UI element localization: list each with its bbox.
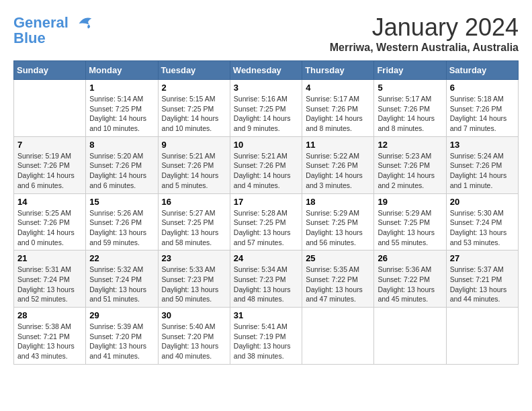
day-info: Sunrise: 5:28 AMSunset: 7:25 PMDaylight:… [234, 208, 298, 248]
calendar-cell: 12Sunrise: 5:23 AMSunset: 7:26 PMDayligh… [374, 136, 446, 193]
location-subtitle: Merriwa, Western Australia, Australia [330, 42, 519, 54]
day-number: 28 [17, 310, 82, 320]
logo-bird-icon [74, 13, 94, 34]
calendar-week-2: 7Sunrise: 5:19 AMSunset: 7:26 PMDaylight… [14, 136, 519, 193]
day-info: Sunrise: 5:26 AMSunset: 7:26 PMDaylight:… [89, 208, 154, 248]
day-number: 3 [234, 83, 298, 93]
day-number: 13 [450, 140, 515, 150]
day-info: Sunrise: 5:33 AMSunset: 7:23 PMDaylight:… [162, 265, 226, 304]
day-number: 20 [450, 197, 515, 207]
calendar-cell: 29Sunrise: 5:39 AMSunset: 7:20 PMDayligh… [86, 308, 158, 365]
calendar-cell: 28Sunrise: 5:38 AMSunset: 7:21 PMDayligh… [14, 308, 86, 365]
calendar-cell: 6Sunrise: 5:18 AMSunset: 7:26 PMDaylight… [446, 80, 518, 137]
day-info: Sunrise: 5:31 AMSunset: 7:24 PMDaylight:… [17, 265, 82, 304]
day-info: Sunrise: 5:29 AMSunset: 7:25 PMDaylight:… [306, 208, 370, 248]
day-info: Sunrise: 5:40 AMSunset: 7:20 PMDaylight:… [162, 322, 226, 361]
calendar-body: 1Sunrise: 5:14 AMSunset: 7:25 PMDaylight… [14, 80, 519, 365]
day-info: Sunrise: 5:17 AMSunset: 7:26 PMDaylight:… [378, 94, 442, 134]
calendar-cell: 18Sunrise: 5:29 AMSunset: 7:25 PMDayligh… [302, 193, 374, 250]
day-number: 21 [17, 253, 82, 263]
day-info: Sunrise: 5:41 AMSunset: 7:19 PMDaylight:… [234, 322, 298, 361]
day-info: Sunrise: 5:19 AMSunset: 7:26 PMDaylight:… [17, 151, 82, 191]
calendar-cell: 5Sunrise: 5:17 AMSunset: 7:26 PMDaylight… [374, 80, 446, 137]
calendar-cell: 9Sunrise: 5:21 AMSunset: 7:26 PMDaylight… [158, 136, 230, 193]
day-info: Sunrise: 5:24 AMSunset: 7:26 PMDaylight:… [450, 151, 515, 191]
calendar-cell: 19Sunrise: 5:29 AMSunset: 7:25 PMDayligh… [374, 193, 446, 250]
calendar-header-row: Sunday Monday Tuesday Wednesday Thursday… [14, 61, 519, 80]
day-info: Sunrise: 5:27 AMSunset: 7:25 PMDaylight:… [162, 208, 226, 248]
day-info: Sunrise: 5:37 AMSunset: 7:21 PMDaylight:… [450, 265, 515, 304]
day-number: 12 [378, 140, 442, 150]
calendar-cell [446, 308, 518, 365]
day-number: 29 [89, 310, 154, 320]
calendar-week-4: 21Sunrise: 5:31 AMSunset: 7:24 PMDayligh… [14, 250, 519, 308]
calendar-cell: 2Sunrise: 5:15 AMSunset: 7:25 PMDaylight… [158, 80, 230, 137]
day-number: 24 [234, 253, 298, 263]
header-friday: Friday [374, 61, 446, 80]
day-info: Sunrise: 5:23 AMSunset: 7:26 PMDaylight:… [378, 151, 442, 191]
calendar-table: Sunday Monday Tuesday Wednesday Thursday… [13, 60, 519, 365]
calendar-week-3: 14Sunrise: 5:25 AMSunset: 7:26 PMDayligh… [14, 193, 519, 250]
calendar-cell: 15Sunrise: 5:26 AMSunset: 7:26 PMDayligh… [86, 193, 158, 250]
day-number: 9 [162, 140, 226, 150]
day-info: Sunrise: 5:36 AMSunset: 7:22 PMDaylight:… [378, 265, 442, 304]
calendar-cell [14, 80, 86, 137]
month-title: January 2024 [330, 13, 519, 42]
day-number: 22 [89, 253, 154, 263]
calendar-cell: 14Sunrise: 5:25 AMSunset: 7:26 PMDayligh… [14, 193, 86, 250]
day-number: 5 [378, 83, 442, 93]
calendar-cell: 20Sunrise: 5:30 AMSunset: 7:24 PMDayligh… [446, 193, 518, 250]
day-info: Sunrise: 5:38 AMSunset: 7:21 PMDaylight:… [17, 322, 82, 361]
day-info: Sunrise: 5:17 AMSunset: 7:26 PMDaylight:… [306, 94, 370, 134]
calendar-cell: 10Sunrise: 5:21 AMSunset: 7:26 PMDayligh… [230, 136, 302, 193]
calendar-week-5: 28Sunrise: 5:38 AMSunset: 7:21 PMDayligh… [14, 308, 519, 365]
calendar-cell [374, 308, 446, 365]
day-number: 26 [378, 253, 442, 263]
day-number: 1 [89, 83, 154, 93]
header-monday: Monday [86, 61, 158, 80]
day-info: Sunrise: 5:14 AMSunset: 7:25 PMDaylight:… [89, 94, 154, 134]
day-info: Sunrise: 5:32 AMSunset: 7:24 PMDaylight:… [89, 265, 154, 304]
day-number: 17 [234, 197, 298, 207]
day-number: 11 [306, 140, 370, 150]
day-info: Sunrise: 5:21 AMSunset: 7:26 PMDaylight:… [234, 151, 298, 191]
day-number: 18 [306, 197, 370, 207]
header-sunday: Sunday [14, 61, 86, 80]
calendar-cell: 13Sunrise: 5:24 AMSunset: 7:26 PMDayligh… [446, 136, 518, 193]
calendar-cell: 4Sunrise: 5:17 AMSunset: 7:26 PMDaylight… [302, 80, 374, 137]
day-number: 23 [162, 253, 226, 263]
day-number: 31 [234, 310, 298, 320]
calendar-cell: 21Sunrise: 5:31 AMSunset: 7:24 PMDayligh… [14, 250, 86, 308]
calendar-cell: 22Sunrise: 5:32 AMSunset: 7:24 PMDayligh… [86, 250, 158, 308]
day-number: 4 [306, 83, 370, 93]
day-info: Sunrise: 5:15 AMSunset: 7:25 PMDaylight:… [162, 94, 226, 134]
calendar-cell: 7Sunrise: 5:19 AMSunset: 7:26 PMDaylight… [14, 136, 86, 193]
calendar-cell: 25Sunrise: 5:35 AMSunset: 7:22 PMDayligh… [302, 250, 374, 308]
header-saturday: Saturday [446, 61, 518, 80]
day-number: 14 [17, 197, 82, 207]
calendar-cell: 1Sunrise: 5:14 AMSunset: 7:25 PMDaylight… [86, 80, 158, 137]
calendar-cell: 11Sunrise: 5:22 AMSunset: 7:26 PMDayligh… [302, 136, 374, 193]
day-number: 27 [450, 253, 515, 263]
calendar-cell: 30Sunrise: 5:40 AMSunset: 7:20 PMDayligh… [158, 308, 230, 365]
day-number: 6 [450, 83, 515, 93]
day-info: Sunrise: 5:22 AMSunset: 7:26 PMDaylight:… [306, 151, 370, 191]
calendar-cell: 23Sunrise: 5:33 AMSunset: 7:23 PMDayligh… [158, 250, 230, 308]
day-number: 25 [306, 253, 370, 263]
day-info: Sunrise: 5:25 AMSunset: 7:26 PMDaylight:… [17, 208, 82, 248]
calendar-cell: 3Sunrise: 5:16 AMSunset: 7:25 PMDaylight… [230, 80, 302, 137]
day-number: 2 [162, 83, 226, 93]
day-number: 15 [89, 197, 154, 207]
calendar-cell: 24Sunrise: 5:34 AMSunset: 7:23 PMDayligh… [230, 250, 302, 308]
calendar-cell: 27Sunrise: 5:37 AMSunset: 7:21 PMDayligh… [446, 250, 518, 308]
day-info: Sunrise: 5:16 AMSunset: 7:25 PMDaylight:… [234, 94, 298, 134]
day-info: Sunrise: 5:18 AMSunset: 7:26 PMDaylight:… [450, 94, 515, 134]
calendar-cell: 8Sunrise: 5:20 AMSunset: 7:26 PMDaylight… [86, 136, 158, 193]
day-info: Sunrise: 5:35 AMSunset: 7:22 PMDaylight:… [306, 265, 370, 304]
day-number: 19 [378, 197, 442, 207]
calendar-cell: 31Sunrise: 5:41 AMSunset: 7:19 PMDayligh… [230, 308, 302, 365]
header-wednesday: Wednesday [230, 61, 302, 80]
header-tuesday: Tuesday [158, 61, 230, 80]
day-number: 10 [234, 140, 298, 150]
header-thursday: Thursday [302, 61, 374, 80]
